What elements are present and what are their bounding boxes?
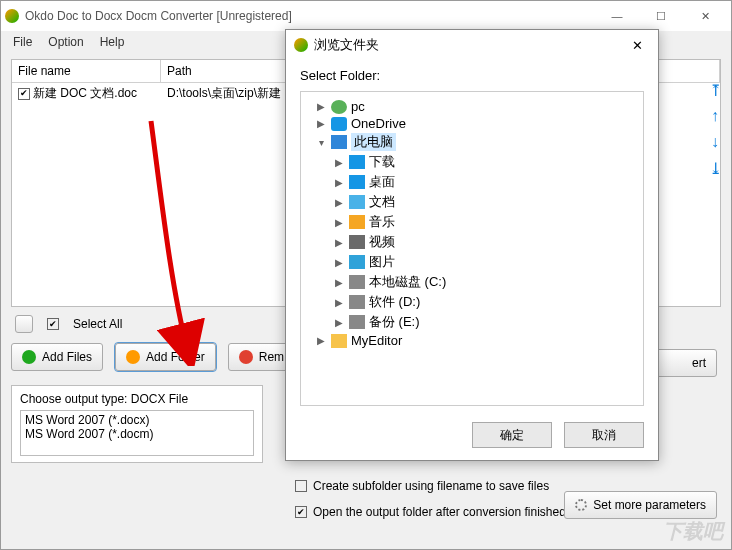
drive-icon	[349, 295, 365, 309]
add-folder-label: Add Folder	[146, 350, 205, 364]
menu-option[interactable]: Option	[48, 35, 83, 49]
dialog-cancel-button[interactable]: 取消	[564, 422, 644, 448]
set-more-parameters-button[interactable]: Set more parameters	[564, 491, 717, 519]
select-all-checkbox[interactable]	[47, 318, 59, 330]
dialog-app-icon	[294, 38, 308, 52]
openfolder-label: Open the output folder after conversion …	[313, 505, 566, 519]
titlebar: Okdo Doc to Docx Docm Converter [Unregis…	[1, 1, 731, 31]
tree-item-downloads[interactable]: ▶下载	[305, 152, 639, 172]
convert-label: ert	[692, 356, 706, 370]
tree-item-pictures[interactable]: ▶图片	[305, 252, 639, 272]
move-top-button[interactable]: ⤒	[705, 81, 725, 99]
folder-icon	[126, 350, 140, 364]
main-window: Okdo Doc to Docx Docm Converter [Unregis…	[0, 0, 732, 550]
move-up-button[interactable]: ↑	[705, 107, 725, 125]
tree-item-diskc[interactable]: ▶本地磁盘 (C:)	[305, 272, 639, 292]
output-type-label: Choose output type: DOCX File	[20, 392, 254, 406]
drive-icon	[349, 275, 365, 289]
opt-openfolder: Open the output folder after conversion …	[295, 505, 566, 519]
tree-item-documents[interactable]: ▶文档	[305, 192, 639, 212]
tree-item-thispc[interactable]: ▾此电脑	[305, 132, 639, 152]
gear-icon	[575, 499, 587, 511]
download-icon	[349, 155, 365, 169]
row-filename: 新建 DOC 文档.doc	[33, 85, 137, 102]
tree-item-desktop[interactable]: ▶桌面	[305, 172, 639, 192]
opt-subfolder: Create subfolder using filename to save …	[295, 479, 549, 493]
maximize-button[interactable]: ☐	[639, 2, 683, 30]
tree-item-myeditor[interactable]: ▶MyEditor	[305, 332, 639, 349]
tree-item-onedrive[interactable]: ▶OneDrive	[305, 115, 639, 132]
tree-item-pc[interactable]: ▶pc	[305, 98, 639, 115]
tree-item-music[interactable]: ▶音乐	[305, 212, 639, 232]
computer-icon	[331, 135, 347, 149]
close-button[interactable]: ✕	[683, 2, 727, 30]
pictures-icon	[349, 255, 365, 269]
add-folder-button[interactable]: Add Folder	[115, 343, 216, 371]
dialog-titlebar: 浏览文件夹 ✕	[286, 30, 658, 60]
add-files-label: Add Files	[42, 350, 92, 364]
row-checkbox[interactable]	[18, 88, 30, 100]
watermark: 下载吧	[663, 518, 723, 545]
minimize-button[interactable]: —	[595, 2, 639, 30]
column-filename[interactable]: File name	[12, 60, 161, 82]
subfolder-checkbox[interactable]	[295, 480, 307, 492]
plus-icon	[22, 350, 36, 364]
cloud-icon	[331, 117, 347, 131]
preview-toggle-button[interactable]	[15, 315, 33, 333]
window-title: Okdo Doc to Docx Docm Converter [Unregis…	[25, 9, 292, 23]
list-item[interactable]: MS Word 2007 (*.docx)	[25, 413, 249, 427]
openfolder-checkbox[interactable]	[295, 506, 307, 518]
select-all-label: Select All	[73, 317, 122, 331]
drive-icon	[349, 315, 365, 329]
move-bottom-button[interactable]: ⤓	[705, 159, 725, 177]
folder-tree[interactable]: ▶pc ▶OneDrive ▾此电脑 ▶下载 ▶桌面 ▶文档 ▶音乐 ▶视频 ▶…	[300, 91, 644, 406]
desktop-icon	[349, 175, 365, 189]
dialog-close-button[interactable]: ✕	[624, 34, 650, 56]
folder-icon	[331, 334, 347, 348]
subfolder-label: Create subfolder using filename to save …	[313, 479, 549, 493]
video-icon	[349, 235, 365, 249]
move-down-button[interactable]: ↓	[705, 133, 725, 151]
add-files-button[interactable]: Add Files	[11, 343, 103, 371]
reorder-buttons: ⤒ ↑ ↓ ⤓	[705, 81, 725, 177]
dialog-ok-button[interactable]: 确定	[472, 422, 552, 448]
tree-item-video[interactable]: ▶视频	[305, 232, 639, 252]
dialog-buttons: 确定 取消	[286, 410, 658, 460]
dialog-title: 浏览文件夹	[314, 36, 379, 54]
remove-label: Rem	[259, 350, 284, 364]
output-type-list[interactable]: MS Word 2007 (*.docx) MS Word 2007 (*.do…	[20, 410, 254, 456]
set-more-label: Set more parameters	[593, 498, 706, 512]
music-icon	[349, 215, 365, 229]
menu-file[interactable]: File	[13, 35, 32, 49]
app-icon	[5, 9, 19, 23]
list-item[interactable]: MS Word 2007 (*.docm)	[25, 427, 249, 441]
documents-icon	[349, 195, 365, 209]
browse-folder-dialog: 浏览文件夹 ✕ Select Folder: ▶pc ▶OneDrive ▾此电…	[285, 29, 659, 461]
output-section: Choose output type: DOCX File MS Word 20…	[11, 385, 263, 463]
user-icon	[331, 100, 347, 114]
dialog-prompt: Select Folder:	[300, 68, 644, 83]
minus-icon	[239, 350, 253, 364]
tree-item-diskd[interactable]: ▶软件 (D:)	[305, 292, 639, 312]
menu-help[interactable]: Help	[100, 35, 125, 49]
tree-item-diske[interactable]: ▶备份 (E:)	[305, 312, 639, 332]
